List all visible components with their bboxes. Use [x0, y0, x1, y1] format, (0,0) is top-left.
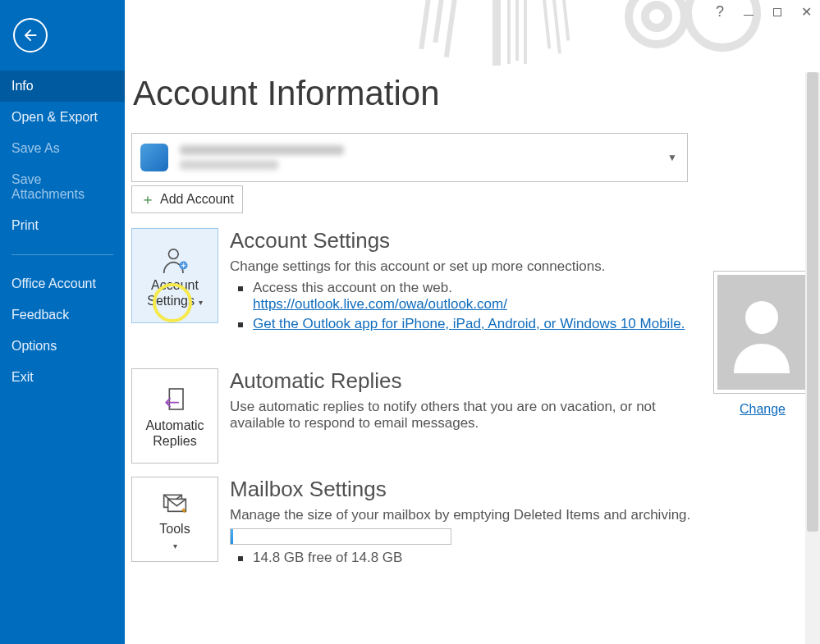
vertical-scrollbar[interactable]: [805, 72, 820, 644]
mailbox-free-text: 14.8 GB free of 14.8 GB: [253, 550, 402, 565]
sidebar-item-label: Print: [11, 218, 39, 232]
account-icon: [140, 144, 168, 171]
profile-photo: [713, 271, 810, 394]
sidebar-item-label: Exit: [11, 370, 34, 384]
sidebar-item-label: Options: [11, 339, 57, 353]
section-title: Account Settings: [230, 228, 813, 253]
sidebar-item-label: Info: [11, 79, 34, 93]
account-selector[interactable]: ▼: [131, 133, 688, 182]
svg-point-15: [182, 264, 185, 267]
mailbox-usage-bar: [230, 528, 451, 545]
svg-rect-16: [169, 389, 183, 409]
backstage-sidebar: Info Open & Export Save As Save Attachme…: [0, 0, 125, 644]
add-account-label: Add Account: [160, 192, 234, 207]
automatic-replies-icon: [158, 385, 192, 418]
tile-label-line: Account: [151, 278, 199, 292]
chevron-down-icon: ▾: [173, 541, 177, 550]
tools-tile[interactable]: Tools ▾: [131, 477, 218, 562]
owa-link[interactable]: https://outlook.live.com/owa/outlook.com…: [253, 296, 507, 312]
sidebar-item-label: Save Attachments: [11, 172, 85, 201]
section-title: Mailbox Settings: [230, 477, 813, 502]
sidebar-item-label: Feedback: [11, 308, 69, 322]
bullet-text: Access this account on the web.: [253, 280, 452, 295]
get-app-link[interactable]: Get the Outlook app for iPhone, iPad, An…: [253, 316, 685, 331]
sidebar-item-label: Office Account: [11, 276, 96, 290]
section-desc: Manage the size of your mailbox by empty…: [230, 507, 813, 523]
account-label: [180, 145, 344, 170]
automatic-replies-tile[interactable]: Automatic Replies: [131, 368, 218, 464]
add-account-button[interactable]: ＋ Add Account: [131, 185, 243, 213]
svg-point-19: [745, 301, 778, 334]
plus-icon: ＋: [140, 190, 155, 209]
sidebar-item-open-export[interactable]: Open & Export: [0, 102, 125, 133]
sidebar-item-save-attachments: Save Attachments: [0, 164, 125, 210]
tools-icon: [158, 488, 192, 521]
sidebar-item-feedback[interactable]: Feedback: [0, 299, 125, 331]
back-button[interactable]: [13, 18, 48, 53]
chevron-down-icon: ▾: [196, 298, 203, 307]
tile-label-line: Settings: [147, 294, 195, 308]
sidebar-item-save-as: Save As: [0, 133, 125, 164]
person-icon: [727, 291, 796, 373]
sidebar-item-print[interactable]: Print: [0, 210, 125, 241]
svg-point-13: [169, 249, 179, 259]
tile-label-line: Tools: [159, 522, 190, 536]
minimize-button[interactable]: [744, 6, 754, 16]
tile-label-line: Automatic: [145, 418, 204, 432]
page-title: Account Information: [133, 74, 820, 113]
section-desc: Use automatic replies to notify others t…: [230, 399, 689, 432]
sidebar-item-options[interactable]: Options: [0, 331, 125, 362]
change-photo-link[interactable]: Change: [713, 402, 812, 417]
sidebar-item-office-account[interactable]: Office Account: [0, 268, 125, 299]
sidebar-item-exit[interactable]: Exit: [0, 362, 125, 393]
tile-label-line: Replies: [153, 434, 196, 448]
maximize-button[interactable]: [773, 8, 781, 16]
sidebar-item-label: Open & Export: [11, 110, 98, 124]
sidebar-item-label: Save As: [11, 141, 60, 155]
sidebar-item-info[interactable]: Info: [0, 71, 125, 102]
help-icon[interactable]: ?: [716, 3, 724, 21]
close-button[interactable]: ✕: [801, 4, 812, 20]
sidebar-separator: [11, 254, 113, 255]
chevron-down-icon: ▼: [667, 152, 677, 163]
account-settings-icon: [158, 244, 192, 277]
account-settings-tile[interactable]: Account Settings ▾: [131, 228, 218, 323]
section-title: Automatic Replies: [230, 368, 689, 394]
